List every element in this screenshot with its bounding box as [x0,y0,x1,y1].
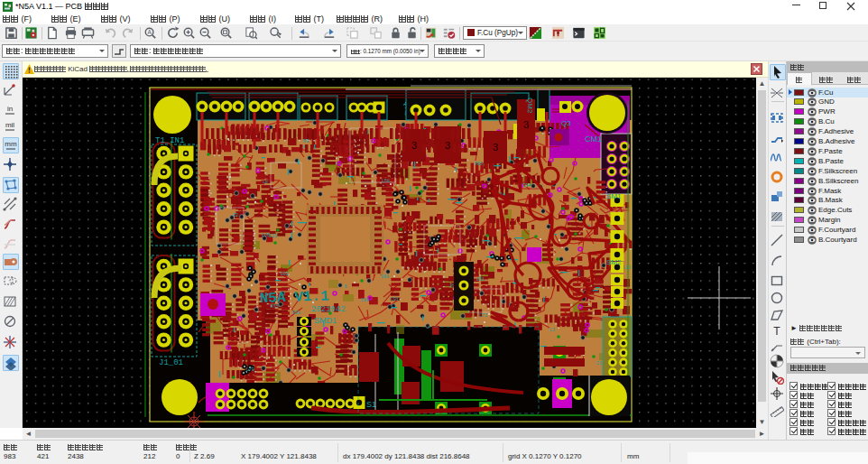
svg-text:C34: C34 [522,183,531,189]
svg-text:SM1: SM1 [606,192,622,200]
svg-text:U31: U31 [476,277,485,283]
svg-text:R28: R28 [292,311,300,316]
svg-text:mm: mm [5,140,17,148]
svg-text:SMD1: SMD1 [314,316,337,325]
svg-text:C72: C72 [479,313,487,319]
svg-text:R2: R2 [233,213,238,218]
svg-text:CM1: CM1 [585,135,602,144]
svg-text:3: 3 [493,142,498,153]
svg-text:T1_IN1: T1_IN1 [155,136,184,145]
svg-text:2021042: 2021042 [311,305,346,314]
svg-text:mil: mil [5,121,14,129]
svg-text:R95: R95 [475,162,483,167]
svg-text:3: 3 [523,119,529,130]
svg-text:A: A [147,29,152,35]
svg-text:3: 3 [411,140,417,151]
svg-text:in: in [7,105,13,113]
svg-text:L3: L3 [549,328,555,333]
svg-text:R3: R3 [303,139,309,144]
svg-text:C91: C91 [391,297,399,302]
svg-text:J1_01: J1_01 [159,358,183,367]
svg-text:L58: L58 [382,179,390,184]
svg-text:SM2: SM2 [606,258,622,266]
svg-text:T: T [773,325,780,338]
svg-text:C88: C88 [361,298,369,303]
svg-text:L66: L66 [262,233,270,238]
svg-text:Q3: Q3 [561,119,571,127]
svg-text:S1: S1 [366,400,376,409]
svg-text:QM2: QM2 [526,97,534,114]
svg-text:C19: C19 [269,234,277,239]
svg-text:3: 3 [445,140,450,151]
svg-text:L13: L13 [623,265,631,271]
svg-text:U98: U98 [381,274,389,280]
svg-text:U62: U62 [281,272,289,277]
svg-text:L70: L70 [246,367,254,373]
svg-text:L8: L8 [263,180,268,185]
svg-text:N5A V1.1: N5A V1.1 [260,288,329,307]
